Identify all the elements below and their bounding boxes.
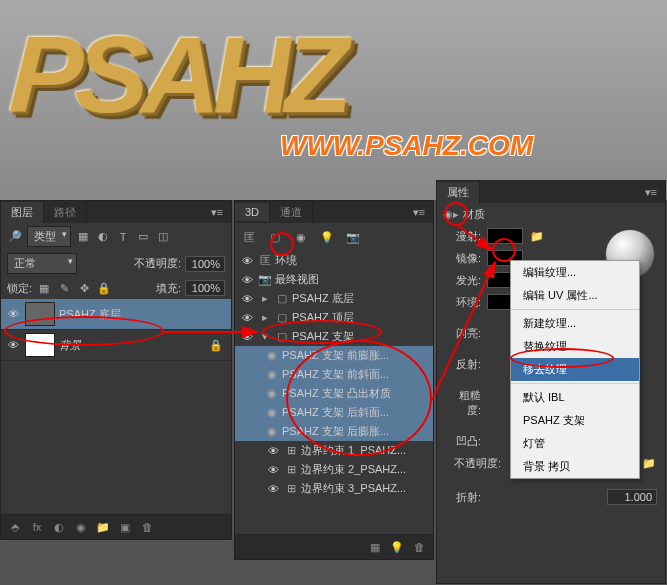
tree-item[interactable]: 👁▾▢PSAHZ 支架 xyxy=(235,327,433,346)
refraction-input[interactable]: 1.000 xyxy=(607,489,657,505)
tree-item[interactable]: ◉PSAHZ 支架 前膨胀... xyxy=(235,346,433,365)
three-d-panel: 3D 通道 ▾≡ 匡 ▢ ◉ 💡 📷 👁匡环境 👁📷最终视图 👁▸▢PSAHZ … xyxy=(234,200,434,560)
tree-item[interactable]: ◉PSAHZ 支架 后斜面... xyxy=(235,403,433,422)
tree-item[interactable]: 👁⊞边界约束 3_PSAHZ... xyxy=(235,479,433,498)
tree-item[interactable]: 👁⊞边界约束 1_PSAHZ... xyxy=(235,441,433,460)
tree-item[interactable]: 👁▸▢PSAHZ 底层 xyxy=(235,289,433,308)
menu-edit-texture[interactable]: 编辑纹理... xyxy=(511,261,639,284)
filter-material-icon[interactable]: ◉ xyxy=(293,229,309,245)
lock-transparent-icon[interactable]: ▦ xyxy=(36,280,52,296)
opacity-label: 不透明度: xyxy=(134,256,181,271)
fill-input[interactable]: 100% xyxy=(185,280,225,296)
trash-icon[interactable]: 🗑 xyxy=(139,519,155,535)
menu-new-texture[interactable]: 新建纹理... xyxy=(511,312,639,335)
tree-item[interactable]: ◉PSAHZ 支架 后膨胀... xyxy=(235,422,433,441)
filter-camera-icon[interactable]: 📷 xyxy=(345,229,361,245)
tab-3d[interactable]: 3D xyxy=(235,203,270,221)
lock-icon: 🔒 xyxy=(209,339,223,352)
menu-psahz-frame[interactable]: PSAHZ 支架 xyxy=(511,409,639,432)
tab-channels[interactable]: 通道 xyxy=(270,202,313,223)
new-layer-icon[interactable]: ▣ xyxy=(117,519,133,535)
group-icon[interactable]: 📁 xyxy=(95,519,111,535)
tab-paths[interactable]: 路径 xyxy=(44,202,87,223)
tree-item[interactable]: ◉PSAHZ 支架 前斜面... xyxy=(235,365,433,384)
filter-type-dropdown[interactable]: 类型 xyxy=(27,226,71,247)
lock-all-icon[interactable]: 🔒 xyxy=(96,280,112,296)
layer-item-psahz[interactable]: 👁 PSAHZ 底层 xyxy=(1,299,231,330)
filter-mesh-icon[interactable]: ▢ xyxy=(267,229,283,245)
adjustment-icon[interactable]: ◉ xyxy=(73,519,89,535)
filter-adjust-icon[interactable]: ◐ xyxy=(95,229,111,245)
menu-replace-texture[interactable]: 替换纹理... xyxy=(511,335,639,358)
layer-name: 背景 xyxy=(59,338,81,353)
layer-thumb[interactable] xyxy=(25,333,55,357)
filter-scene-icon[interactable]: 匡 xyxy=(241,229,257,245)
layer-item-bg[interactable]: 👁 背景 🔒 xyxy=(1,330,231,361)
render-icon[interactable]: ▦ xyxy=(367,539,383,555)
menu-remove-texture[interactable]: 移去纹理 xyxy=(511,358,639,381)
menu-default-ibl[interactable]: 默认 IBL xyxy=(511,386,639,409)
filter-pixel-icon[interactable]: ▦ xyxy=(75,229,91,245)
menu-light-tube[interactable]: 灯管 xyxy=(511,432,639,455)
filter-shape-icon[interactable]: ▭ xyxy=(135,229,151,245)
tree-item[interactable]: 👁匡环境 xyxy=(235,251,433,270)
search-icon[interactable]: 🔎 xyxy=(7,229,23,245)
fill-label: 填充: xyxy=(156,281,181,296)
tree-item[interactable]: 👁📷最终视图 xyxy=(235,270,433,289)
filter-text-icon[interactable]: T xyxy=(115,229,131,245)
fx-icon[interactable]: fx xyxy=(29,519,45,535)
opacity-input[interactable]: 100% xyxy=(185,256,225,272)
layer-name: PSAHZ 底层 xyxy=(59,307,121,322)
texture-menu-icon[interactable]: 📁 xyxy=(529,228,545,244)
layer-thumb[interactable] xyxy=(25,302,55,326)
material-icon[interactable]: ◉▸ xyxy=(443,206,459,222)
texture-context-menu: 编辑纹理... 编辑 UV 属性... 新建纹理... 替换纹理... 移去纹理… xyxy=(510,260,640,479)
panel-menu-icon[interactable]: ▾≡ xyxy=(203,206,231,219)
lock-pixels-icon[interactable]: ✎ xyxy=(56,280,72,296)
filter-smart-icon[interactable]: ◫ xyxy=(155,229,171,245)
folder-icon[interactable]: 📁 xyxy=(641,455,657,471)
text3d-render: PSAHZ xyxy=(6,12,346,138)
visibility-icon[interactable]: 👁 xyxy=(5,339,21,351)
blend-mode-dropdown[interactable]: 正常 xyxy=(7,253,77,274)
mask-icon[interactable]: ◐ xyxy=(51,519,67,535)
panel-menu-icon[interactable]: ▾≡ xyxy=(637,186,665,199)
menu-edit-uv[interactable]: 编辑 UV 属性... xyxy=(511,284,639,307)
lock-position-icon[interactable]: ✥ xyxy=(76,280,92,296)
menu-bg-copy[interactable]: 背景 拷贝 xyxy=(511,455,639,478)
viewport-3d[interactable]: PSAHZ WWW.PSAHZ.COM xyxy=(0,0,667,200)
watermark: WWW.PSAHZ.COM xyxy=(280,130,533,162)
lock-label: 锁定: xyxy=(7,281,32,296)
trash-icon[interactable]: 🗑 xyxy=(411,539,427,555)
filter-light-icon[interactable]: 💡 xyxy=(319,229,335,245)
link-icon[interactable]: ⬘ xyxy=(7,519,23,535)
panel-menu-icon[interactable]: ▾≡ xyxy=(405,206,433,219)
new-light-icon[interactable]: 💡 xyxy=(389,539,405,555)
layers-panel: 图层 路径 ▾≡ 🔎 类型 ▦ ◐ T ▭ ◫ 正常 不透明度: 100% 锁定… xyxy=(0,200,232,540)
visibility-icon[interactable]: 👁 xyxy=(5,308,21,320)
tree-item[interactable]: ◉PSAHZ 支架 凸出材质 xyxy=(235,384,433,403)
tab-properties[interactable]: 属性 xyxy=(437,182,480,203)
tree-item[interactable]: 👁⊞边界约束 2_PSAHZ... xyxy=(235,460,433,479)
tree-item[interactable]: 👁▸▢PSAHZ 顶层 xyxy=(235,308,433,327)
tab-layers[interactable]: 图层 xyxy=(1,202,44,223)
material-label: 材质 xyxy=(463,207,485,222)
diffuse-swatch[interactable] xyxy=(487,228,523,244)
